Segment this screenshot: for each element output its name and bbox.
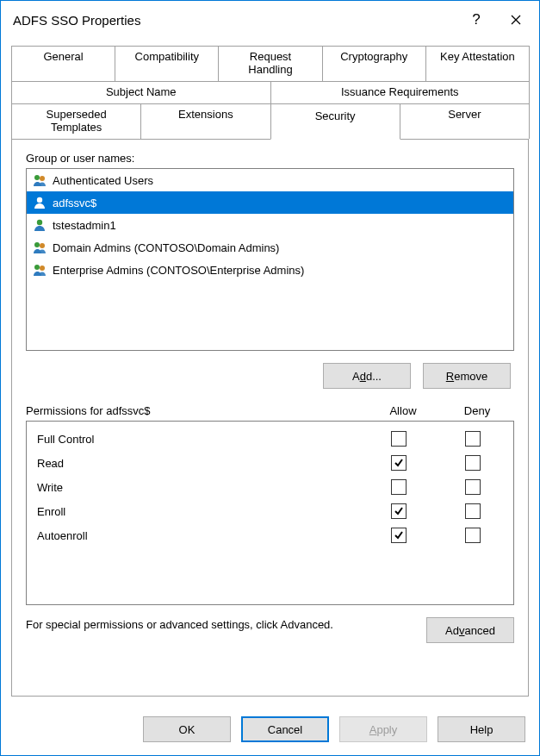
- tab-superseded-templates[interactable]: Superseded Templates: [11, 103, 141, 139]
- close-icon[interactable]: [496, 6, 536, 34]
- dialog-buttons: OK Cancel Apply Help: [1, 703, 539, 755]
- checkbox[interactable]: [465, 455, 481, 471]
- tab-compatibility[interactable]: Compatibility: [115, 46, 219, 81]
- permission-row: Full Control: [37, 427, 510, 451]
- permission-row: Read: [37, 451, 510, 475]
- tab-cryptography[interactable]: Cryptography: [322, 46, 426, 81]
- titlebar: ADFS SSO Properties ?: [1, 1, 539, 39]
- checkbox[interactable]: [465, 503, 481, 519]
- principal-name: Enterprise Admins (CONTOSO\Enterprise Ad…: [53, 264, 304, 277]
- remove-button[interactable]: Remove: [423, 363, 511, 389]
- permissions-list: Full ControlReadWriteEnrollAutoenroll: [26, 421, 514, 605]
- checkbox[interactable]: [391, 431, 407, 447]
- permission-row: Autoenroll: [37, 523, 510, 547]
- checkbox[interactable]: [391, 455, 407, 471]
- svg-point-7: [40, 243, 45, 248]
- cancel-button[interactable]: Cancel: [241, 716, 329, 742]
- svg-point-8: [34, 265, 40, 270]
- apply-button[interactable]: Apply: [339, 716, 427, 742]
- principal-name: Authenticated Users: [53, 174, 153, 187]
- tabs: GeneralCompatibilityRequest HandlingCryp…: [1, 39, 539, 139]
- checkbox[interactable]: [465, 431, 481, 447]
- tab-security[interactable]: Security: [270, 103, 400, 140]
- principal-name: tstestadmin1: [53, 219, 116, 232]
- tab-key-attestation[interactable]: Key Attestation: [425, 46, 530, 81]
- permission-name: Read: [37, 457, 362, 470]
- svg-point-3: [40, 176, 45, 181]
- deny-column-label: Deny: [440, 404, 514, 417]
- advanced-hint: For special permissions or advanced sett…: [26, 617, 416, 633]
- list-item[interactable]: Authenticated Users: [27, 169, 513, 191]
- permission-name: Autoenroll: [37, 529, 362, 542]
- tab-request-handling[interactable]: Request Handling: [218, 46, 322, 81]
- principals-list[interactable]: Authenticated Usersadfssvc$tstestadmin1D…: [26, 168, 514, 351]
- properties-dialog: ADFS SSO Properties ? GeneralCompatibili…: [0, 0, 540, 756]
- permissions-label: Permissions for adfssvc$: [26, 404, 366, 417]
- help-button[interactable]: Help: [438, 716, 525, 742]
- principals-label: Group or user names:: [26, 152, 514, 165]
- permission-name: Enroll: [37, 505, 362, 518]
- checkbox[interactable]: [391, 528, 407, 543]
- svg-point-9: [40, 266, 45, 271]
- permission-row: Enroll: [37, 499, 510, 523]
- permission-name: Write: [37, 481, 362, 494]
- svg-point-2: [34, 175, 40, 180]
- svg-point-6: [34, 242, 40, 247]
- allow-column-label: Allow: [366, 404, 440, 417]
- tab-general[interactable]: General: [11, 46, 115, 81]
- add-button[interactable]: Add...: [323, 363, 411, 389]
- advanced-button[interactable]: Advanced: [426, 617, 514, 643]
- svg-point-5: [37, 220, 42, 225]
- svg-point-4: [37, 197, 42, 203]
- help-icon[interactable]: ?: [456, 6, 496, 34]
- ok-button[interactable]: OK: [143, 716, 231, 742]
- list-item[interactable]: tstestadmin1: [27, 214, 513, 236]
- tab-extensions[interactable]: Extensions: [140, 103, 270, 139]
- principal-name: Domain Admins (CONTOSO\Domain Admins): [53, 241, 279, 254]
- list-item[interactable]: adfssvc$: [27, 191, 513, 214]
- checkbox[interactable]: [391, 503, 407, 519]
- principal-name: adfssvc$: [53, 197, 96, 209]
- security-panel: Group or user names: Authenticated Users…: [11, 139, 529, 697]
- checkbox[interactable]: [391, 479, 407, 495]
- permission-row: Write: [37, 475, 510, 499]
- permission-name: Full Control: [37, 433, 362, 446]
- list-item[interactable]: Domain Admins (CONTOSO\Domain Admins): [27, 236, 513, 259]
- checkbox[interactable]: [465, 528, 481, 543]
- window-title: ADFS SSO Properties: [13, 13, 140, 28]
- tab-server[interactable]: Server: [400, 103, 530, 139]
- checkbox[interactable]: [465, 479, 481, 495]
- tab-issuance-requirements[interactable]: Issuance Requirements: [270, 81, 531, 103]
- tab-subject-name[interactable]: Subject Name: [11, 81, 271, 103]
- list-item[interactable]: Enterprise Admins (CONTOSO\Enterprise Ad…: [27, 259, 513, 281]
